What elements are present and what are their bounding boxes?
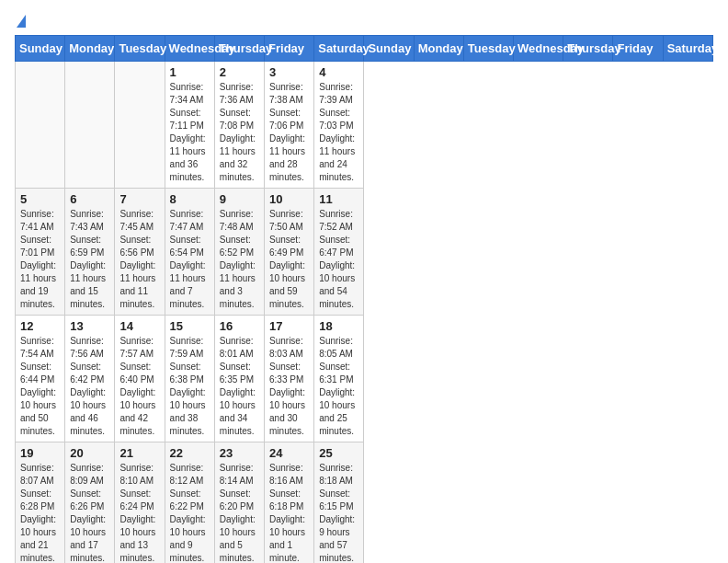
calendar-cell: 19Sunrise: 8:07 AM Sunset: 6:28 PM Dayli…	[16, 442, 65, 564]
day-number: 4	[319, 65, 358, 79]
day-number: 7	[119, 192, 159, 206]
day-info: Sunrise: 7:41 AM Sunset: 7:01 PM Dayligh…	[20, 208, 60, 311]
day-info: Sunrise: 8:16 AM Sunset: 6:18 PM Dayligh…	[269, 462, 309, 563]
day-info: Sunrise: 8:03 AM Sunset: 6:33 PM Dayligh…	[269, 335, 309, 438]
day-info: Sunrise: 8:01 AM Sunset: 6:35 PM Dayligh…	[220, 335, 259, 438]
calendar-cell: 4Sunrise: 7:39 AM Sunset: 7:03 PM Daylig…	[314, 62, 364, 189]
weekday-header-friday: Friday	[613, 36, 663, 62]
weekday-header-friday: Friday	[265, 36, 314, 62]
calendar-cell: 12Sunrise: 7:54 AM Sunset: 6:44 PM Dayli…	[16, 316, 65, 442]
day-number: 14	[119, 319, 159, 333]
calendar-cell: 6Sunrise: 7:43 AM Sunset: 6:59 PM Daylig…	[65, 189, 115, 316]
weekday-header-saturday: Saturday	[663, 36, 712, 62]
day-number: 19	[20, 446, 60, 460]
day-info: Sunrise: 7:38 AM Sunset: 7:06 PM Dayligh…	[269, 81, 309, 184]
day-info: Sunrise: 8:10 AM Sunset: 6:24 PM Dayligh…	[119, 462, 159, 563]
weekday-header-wednesday: Wednesday	[165, 36, 214, 62]
day-number: 23	[220, 446, 259, 460]
calendar-cell: 25Sunrise: 8:18 AM Sunset: 6:15 PM Dayli…	[314, 442, 364, 564]
day-number: 9	[220, 192, 259, 206]
day-number: 12	[20, 319, 60, 333]
calendar-header-row: SundayMondayTuesdayWednesdayThursdayFrid…	[16, 36, 713, 62]
calendar-cell: 14Sunrise: 7:57 AM Sunset: 6:40 PM Dayli…	[115, 316, 165, 442]
calendar-cell: 7Sunrise: 7:45 AM Sunset: 6:56 PM Daylig…	[115, 189, 165, 316]
day-number: 2	[220, 65, 259, 79]
day-number: 16	[220, 319, 259, 333]
weekday-header-monday: Monday	[414, 36, 463, 62]
logo-triangle-icon	[17, 15, 26, 28]
calendar-cell: 3Sunrise: 7:38 AM Sunset: 7:06 PM Daylig…	[265, 62, 314, 189]
calendar-cell	[115, 62, 165, 189]
weekday-header-saturday: Saturday	[314, 36, 364, 62]
day-number: 17	[269, 319, 309, 333]
calendar-cell: 23Sunrise: 8:14 AM Sunset: 6:20 PM Dayli…	[214, 442, 264, 564]
day-info: Sunrise: 7:50 AM Sunset: 6:49 PM Dayligh…	[269, 208, 309, 311]
day-info: Sunrise: 7:43 AM Sunset: 6:59 PM Dayligh…	[70, 208, 109, 311]
day-info: Sunrise: 8:05 AM Sunset: 6:31 PM Dayligh…	[319, 335, 358, 438]
day-number: 15	[170, 319, 210, 333]
calendar-week-row: 5Sunrise: 7:41 AM Sunset: 7:01 PM Daylig…	[16, 189, 713, 316]
day-info: Sunrise: 7:45 AM Sunset: 6:56 PM Dayligh…	[119, 208, 159, 311]
day-number: 18	[319, 319, 358, 333]
day-info: Sunrise: 7:59 AM Sunset: 6:38 PM Dayligh…	[170, 335, 210, 438]
calendar-cell: 5Sunrise: 7:41 AM Sunset: 7:01 PM Daylig…	[16, 189, 65, 316]
page-header	[15, 15, 713, 28]
logo	[15, 15, 26, 28]
day-info: Sunrise: 7:36 AM Sunset: 7:08 PM Dayligh…	[220, 81, 259, 184]
day-number: 5	[20, 192, 60, 206]
calendar-week-row: 12Sunrise: 7:54 AM Sunset: 6:44 PM Dayli…	[16, 316, 713, 442]
day-info: Sunrise: 7:48 AM Sunset: 6:52 PM Dayligh…	[220, 208, 259, 311]
weekday-header-tuesday: Tuesday	[115, 36, 165, 62]
day-info: Sunrise: 8:12 AM Sunset: 6:22 PM Dayligh…	[170, 462, 210, 563]
day-info: Sunrise: 8:18 AM Sunset: 6:15 PM Dayligh…	[319, 462, 358, 563]
calendar-cell: 24Sunrise: 8:16 AM Sunset: 6:18 PM Dayli…	[265, 442, 314, 564]
calendar-week-row: 1Sunrise: 7:34 AM Sunset: 7:11 PM Daylig…	[16, 62, 713, 189]
day-number: 8	[170, 192, 210, 206]
weekday-header-monday: Monday	[65, 36, 115, 62]
day-info: Sunrise: 7:39 AM Sunset: 7:03 PM Dayligh…	[319, 81, 358, 184]
calendar-cell: 15Sunrise: 7:59 AM Sunset: 6:38 PM Dayli…	[165, 316, 214, 442]
day-info: Sunrise: 8:07 AM Sunset: 6:28 PM Dayligh…	[20, 462, 60, 563]
weekday-header-wednesday: Wednesday	[514, 36, 563, 62]
calendar-cell	[65, 62, 115, 189]
day-info: Sunrise: 8:09 AM Sunset: 6:26 PM Dayligh…	[70, 462, 109, 563]
calendar-cell: 2Sunrise: 7:36 AM Sunset: 7:08 PM Daylig…	[214, 62, 264, 189]
calendar-cell: 1Sunrise: 7:34 AM Sunset: 7:11 PM Daylig…	[165, 62, 214, 189]
day-info: Sunrise: 7:54 AM Sunset: 6:44 PM Dayligh…	[20, 335, 60, 438]
day-number: 22	[170, 446, 210, 460]
calendar-cell: 21Sunrise: 8:10 AM Sunset: 6:24 PM Dayli…	[115, 442, 165, 564]
weekday-header-thursday: Thursday	[214, 36, 264, 62]
day-number: 1	[170, 65, 210, 79]
calendar-cell: 9Sunrise: 7:48 AM Sunset: 6:52 PM Daylig…	[214, 189, 264, 316]
day-number: 24	[269, 446, 309, 460]
calendar-cell: 11Sunrise: 7:52 AM Sunset: 6:47 PM Dayli…	[314, 189, 364, 316]
day-number: 11	[319, 192, 358, 206]
calendar-cell: 13Sunrise: 7:56 AM Sunset: 6:42 PM Dayli…	[65, 316, 115, 442]
day-number: 6	[70, 192, 109, 206]
calendar-cell: 22Sunrise: 8:12 AM Sunset: 6:22 PM Dayli…	[165, 442, 214, 564]
day-info: Sunrise: 7:56 AM Sunset: 6:42 PM Dayligh…	[70, 335, 109, 438]
day-number: 21	[119, 446, 159, 460]
calendar-cell: 16Sunrise: 8:01 AM Sunset: 6:35 PM Dayli…	[214, 316, 264, 442]
calendar-cell: 10Sunrise: 7:50 AM Sunset: 6:49 PM Dayli…	[265, 189, 314, 316]
weekday-header-sunday: Sunday	[16, 36, 65, 62]
calendar-cell: 8Sunrise: 7:47 AM Sunset: 6:54 PM Daylig…	[165, 189, 214, 316]
calendar-cell: 17Sunrise: 8:03 AM Sunset: 6:33 PM Dayli…	[265, 316, 314, 442]
weekday-header-tuesday: Tuesday	[463, 36, 513, 62]
calendar-week-row: 19Sunrise: 8:07 AM Sunset: 6:28 PM Dayli…	[16, 442, 713, 564]
day-info: Sunrise: 8:14 AM Sunset: 6:20 PM Dayligh…	[220, 462, 259, 563]
calendar-table: SundayMondayTuesdayWednesdayThursdayFrid…	[15, 35, 713, 563]
day-number: 3	[269, 65, 309, 79]
calendar-cell	[16, 62, 65, 189]
day-number: 20	[70, 446, 109, 460]
day-info: Sunrise: 7:34 AM Sunset: 7:11 PM Dayligh…	[170, 81, 210, 184]
day-number: 13	[70, 319, 109, 333]
day-number: 25	[319, 446, 358, 460]
calendar-cell: 18Sunrise: 8:05 AM Sunset: 6:31 PM Dayli…	[314, 316, 364, 442]
weekday-header-thursday: Thursday	[563, 36, 613, 62]
day-info: Sunrise: 7:57 AM Sunset: 6:40 PM Dayligh…	[119, 335, 159, 438]
day-info: Sunrise: 7:47 AM Sunset: 6:54 PM Dayligh…	[170, 208, 210, 311]
day-number: 10	[269, 192, 309, 206]
weekday-header-sunday: Sunday	[364, 36, 414, 62]
day-info: Sunrise: 7:52 AM Sunset: 6:47 PM Dayligh…	[319, 208, 358, 311]
